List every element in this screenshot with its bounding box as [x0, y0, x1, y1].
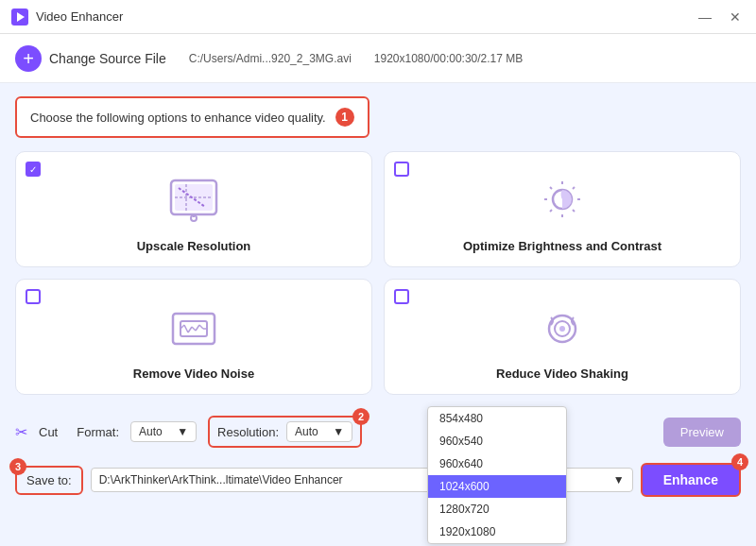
svg-line-24	[196, 325, 199, 331]
format-chevron: ▼	[177, 425, 188, 438]
format-label: Format:	[77, 425, 119, 439]
save-row: 3 Save to: D:\ArkThinker\ArkThink...ltim…	[0, 455, 756, 504]
svg-line-17	[550, 210, 552, 212]
upscale-label: Upscale Resolution	[137, 239, 251, 253]
file-info: 1920x1080/00:00:30/2.17 MB	[374, 52, 523, 65]
option-card-noise: Remove Video Noise	[15, 279, 372, 395]
resolution-select[interactable]: Auto ▼	[286, 421, 352, 442]
svg-line-25	[199, 325, 203, 329]
dropdown-item-1920[interactable]: 1920x1080	[428, 520, 566, 543]
svg-line-23	[192, 327, 196, 331]
svg-line-21	[184, 325, 188, 333]
dropdown-item-960x540[interactable]: 960x540	[428, 430, 566, 452]
shaking-label: Reduce Video Shaking	[496, 367, 628, 381]
svg-line-22	[188, 327, 192, 333]
bottom-bar: ✂ Cut Format: Auto ▼ 2 Resolution: Auto …	[0, 408, 756, 455]
file-path: C:/Users/Admi...920_2_3MG.avi	[189, 52, 352, 65]
app-title: Video Enhancer	[36, 9, 696, 24]
hint-badge: 1	[335, 108, 354, 127]
window-controls: — ✕	[696, 9, 745, 25]
title-bar: Video Enhancer — ✕	[0, 0, 756, 34]
scissors-icon: ✂	[15, 423, 27, 441]
checkbox-noise[interactable]	[26, 289, 41, 304]
checkbox-shaking[interactable]	[394, 289, 409, 304]
format-select[interactable]: Auto ▼	[130, 421, 197, 442]
svg-line-16	[573, 187, 575, 189]
upscale-icon	[165, 177, 222, 230]
format-value: Auto	[139, 425, 163, 438]
brightness-label: Optimize Brightness and Contrast	[463, 239, 662, 253]
main-content: Choose the following options to enhance …	[0, 83, 756, 395]
preview-button[interactable]: Preview	[663, 418, 741, 447]
dropdown-item-1024[interactable]: 1024x600	[428, 475, 566, 498]
svg-line-15	[573, 210, 575, 212]
option-card-shaking: Reduce Video Shaking	[384, 279, 741, 395]
shaking-icon	[534, 304, 591, 357]
change-source-label: Change Source File	[49, 51, 166, 66]
dropdown-item-854[interactable]: 854x480	[428, 407, 566, 430]
resolution-label: Resolution:	[217, 425, 279, 439]
hint-box: Choose the following options to enhance …	[15, 96, 369, 138]
dropdown-item-1280[interactable]: 1280x720	[428, 498, 566, 520]
save-path: D:\ArkThinker\ArkThink...ltimate\Video E…	[99, 473, 343, 486]
save-path-chevron: ▼	[613, 473, 625, 486]
minimize-button[interactable]: —	[696, 9, 714, 25]
enhance-badge: 4	[731, 453, 748, 470]
noise-icon	[165, 304, 222, 357]
change-source-button[interactable]: + Change Source File	[15, 45, 166, 72]
app-icon	[11, 9, 28, 26]
save-badge: 3	[9, 458, 26, 475]
checkbox-upscale[interactable]	[26, 162, 41, 177]
option-card-brightness: Optimize Brightness and Contrast	[384, 151, 741, 267]
plus-icon: +	[15, 45, 42, 72]
option-card-upscale: Upscale Resolution	[15, 151, 372, 267]
svg-line-14	[550, 187, 552, 189]
toolbar: + Change Source File C:/Users/Admi...920…	[0, 34, 756, 83]
brightness-icon	[534, 177, 591, 230]
resolution-chevron: ▼	[333, 425, 344, 438]
resolution-value: Auto	[295, 425, 318, 438]
close-button[interactable]: ✕	[726, 9, 745, 25]
dropdown-item-960x640[interactable]: 960x640	[428, 452, 566, 475]
options-grid: Upscale Resolution Optimize B	[15, 151, 741, 395]
cut-label: Cut	[39, 425, 58, 439]
enhance-button[interactable]: Enhance	[641, 463, 741, 497]
checkbox-brightness[interactable]	[394, 162, 409, 177]
resolution-section: 2 Resolution: Auto ▼	[208, 416, 362, 448]
noise-label: Remove Video Noise	[133, 367, 254, 381]
resolution-badge: 2	[352, 408, 369, 425]
hint-text: Choose the following options to enhance …	[30, 111, 326, 125]
svg-point-29	[559, 326, 565, 332]
resolution-dropdown: 854x480 960x540 960x640 1024x600 1280x72…	[427, 406, 567, 544]
